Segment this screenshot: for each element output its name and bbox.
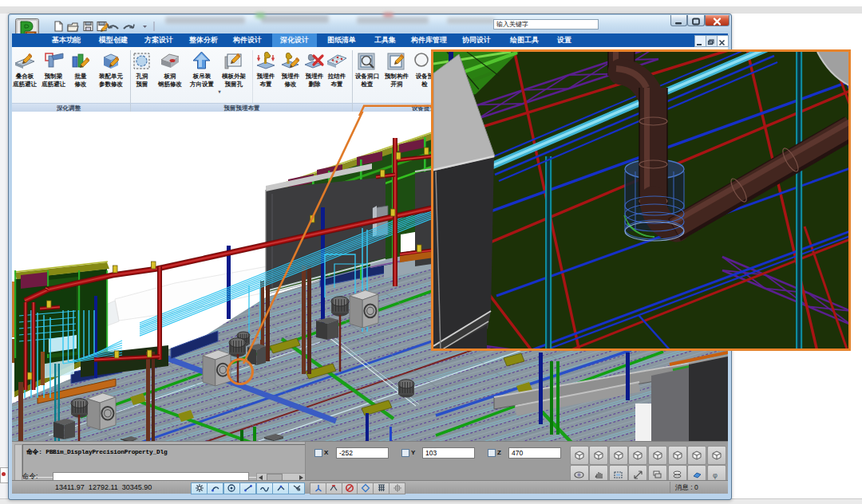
svg-text:φ: φ: [713, 471, 718, 479]
